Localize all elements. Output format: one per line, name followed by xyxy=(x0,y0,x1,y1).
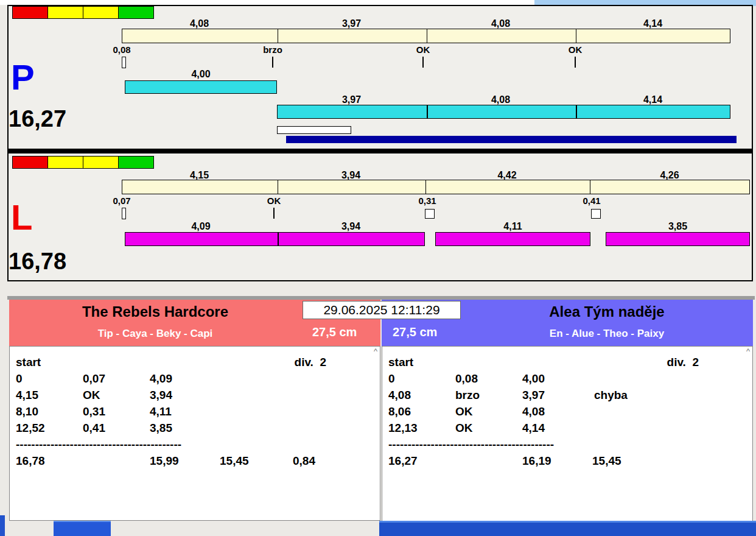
result-row: 8,06 OK 4,08 xyxy=(388,403,752,420)
result-separator: ----------------------------------------… xyxy=(16,436,380,453)
team-left-result-area[interactable]: ^ start div. 2 0 0,07 4,09 4,15 OK 3,94 … xyxy=(9,346,380,521)
bar-segment-divider xyxy=(425,180,426,194)
team-right-result-area[interactable]: ^ start div. 2 0 0,08 4,00 4,08 brzo 3,9… xyxy=(382,346,753,523)
taskbar[interactable] xyxy=(379,521,756,536)
cum-time-cell: 12,52 xyxy=(16,420,83,436)
cum-time-cell: 8,10 xyxy=(16,403,83,420)
result-row: 0 0,07 4,09 xyxy=(16,370,380,387)
start-lights-l xyxy=(12,156,154,169)
cum-time-cell: 0 xyxy=(388,370,455,387)
cross-cell: 0,31 xyxy=(83,403,150,420)
cross-cell: OK xyxy=(455,420,522,436)
bar-segment-divider xyxy=(427,105,428,118)
bar-segment-divider xyxy=(427,29,427,43)
p-mark-2: brzo xyxy=(248,45,297,55)
team-right-jump-height: 27,5 cm xyxy=(393,325,457,339)
window-left-border xyxy=(0,515,5,536)
split-cell: 4,00 xyxy=(522,370,594,387)
lane-l-total-time: 16,78 xyxy=(9,250,66,273)
scrollbar-up-icon[interactable]: ^ xyxy=(374,347,377,355)
diff-time-cell: 0,84 xyxy=(293,453,380,469)
p-timeline-bar xyxy=(286,136,737,143)
l-run-bar-3 xyxy=(606,232,750,246)
lane-l-letter: L xyxy=(11,200,32,235)
p-progress-bar xyxy=(277,126,351,134)
result-row: 12,13 OK 4,14 xyxy=(388,420,752,436)
split-cell: 4,14 xyxy=(522,420,594,436)
fault-checkbox xyxy=(425,209,435,219)
split-cell: 3,85 xyxy=(150,420,222,436)
note-cell xyxy=(222,403,380,420)
cum-time-cell: 12,13 xyxy=(388,420,455,436)
cum-time-cell: 4,08 xyxy=(388,387,455,403)
team-right-members: En - Alue - Theo - Paixy xyxy=(461,328,753,340)
crossing-tick xyxy=(273,208,275,219)
bar-segment-divider xyxy=(590,180,590,194)
start-lights-p xyxy=(12,6,154,19)
p-run-bar-2 xyxy=(277,105,730,119)
cum-time-cell: 4,15 xyxy=(16,387,83,403)
clean-time-cell: 15,99 xyxy=(150,453,220,469)
crossing-tick xyxy=(422,57,424,68)
result-start-label: start xyxy=(388,354,413,370)
light-green-icon xyxy=(118,156,154,169)
p-target-split-2: 3,97 xyxy=(277,19,426,29)
p-mark-3: OK xyxy=(399,45,447,55)
cum-time-cell: 0 xyxy=(16,370,83,387)
p-run-split-4: 4,14 xyxy=(575,95,730,105)
l-mark-1: 0,07 xyxy=(97,196,146,206)
l-mark-3: 0,31 xyxy=(403,196,452,206)
cross-cell: OK xyxy=(83,387,150,403)
result-row: 12,52 0,41 3,85 xyxy=(16,420,380,436)
application-window: 4,08 3,97 4,08 4,14 0,08 brzo OK OK P 4,… xyxy=(0,0,756,536)
clean-time-cell: 16,19 xyxy=(522,453,592,469)
l-mark-2: OK xyxy=(250,196,298,206)
bar-segment-divider xyxy=(576,105,577,118)
split-cell: 4,09 xyxy=(150,370,222,387)
note-cell xyxy=(594,370,752,387)
split-cell: 3,97 xyxy=(522,387,594,403)
cross-cell: 0,08 xyxy=(455,370,522,387)
p-run-split-2: 3,97 xyxy=(277,95,426,105)
p-mark-1: 0,08 xyxy=(97,45,146,55)
p-run-split-3: 4,08 xyxy=(426,95,575,105)
l-target-split-1: 4,15 xyxy=(122,171,277,180)
start-gate-marker xyxy=(122,208,126,219)
lane-l-panel: 4,15 3,94 4,42 4,26 0,07 OK 0,31 0,41 L … xyxy=(7,152,753,281)
l-run-split-2: 3,94 xyxy=(277,222,425,231)
scrollbar-up-icon[interactable]: ^ xyxy=(746,347,750,355)
split-cell: 4,11 xyxy=(150,403,222,420)
light-yellow-icon xyxy=(47,156,83,169)
l-run-bar-1 xyxy=(125,232,425,246)
cross-cell: OK xyxy=(455,403,522,420)
lane-p-total-time: 16,27 xyxy=(9,107,66,130)
team-left-jump-height: 27,5 cm xyxy=(312,325,376,339)
note-cell xyxy=(594,403,752,420)
note-cell xyxy=(222,387,380,403)
p-run-split-1: 4,00 xyxy=(125,69,277,79)
fault-checkbox xyxy=(591,209,601,219)
cross-cell: 0,07 xyxy=(83,370,150,387)
cum-time-cell: 8,06 xyxy=(388,403,455,420)
taskbar-button[interactable] xyxy=(54,521,111,536)
l-run-bar-2 xyxy=(435,232,590,246)
team-left-name: The Rebels Hardcore xyxy=(9,303,301,320)
l-run-split-3: 4,11 xyxy=(435,222,590,231)
diff-time-cell xyxy=(665,453,752,469)
l-target-split-4: 4,26 xyxy=(589,171,750,180)
split-cell: 3,94 xyxy=(150,387,222,403)
p-run-bar-1 xyxy=(125,80,277,94)
l-target-split-3: 4,42 xyxy=(425,171,589,180)
p-target-bar xyxy=(122,29,730,43)
note-cell xyxy=(222,420,380,436)
result-totals-row: 16,78 15,99 15,45 0,84 xyxy=(16,453,380,469)
result-separator: ----------------------------------------… xyxy=(388,436,752,453)
result-start-label: start xyxy=(16,354,41,370)
note-cell xyxy=(222,370,380,387)
crossing-tick xyxy=(575,57,576,68)
bar-segment-divider xyxy=(278,29,278,43)
lane-p-panel: 4,08 3,97 4,08 4,14 0,08 brzo OK OK P 4,… xyxy=(7,5,753,150)
light-yellow-icon xyxy=(83,6,119,19)
lane-p-letter: P xyxy=(11,60,35,95)
l-run-split-1: 4,09 xyxy=(125,222,277,231)
